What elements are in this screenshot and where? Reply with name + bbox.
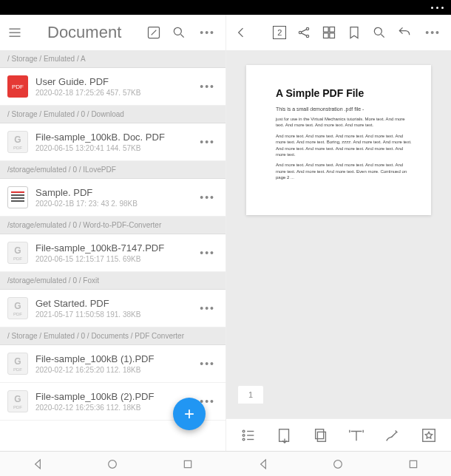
nav-back-icon[interactable] — [257, 458, 269, 470]
share-icon[interactable] — [296, 25, 311, 40]
section-path-header: / Storage / Emulated / 0 / Documents / P… — [0, 327, 226, 345]
section-path-header: / Storage / Emulated / 0 / Download — [0, 106, 226, 123]
file-info: Sample. PDF2020-02-1B 17: 23: 43 2. 98KB — [35, 187, 189, 208]
svg-point-9 — [375, 27, 382, 35]
file-more-icon[interactable]: ••• — [197, 191, 218, 203]
save-tool-icon[interactable] — [277, 427, 293, 443]
svg-rect-7 — [324, 33, 329, 38]
draw-tool-icon[interactable] — [384, 427, 401, 443]
svg-point-10 — [243, 430, 245, 432]
svg-point-19 — [334, 460, 342, 468]
file-name: File-sample_100kB-7147.PDF — [35, 242, 189, 254]
doc-paragraph: just for use in the Virtual Mechanics tu… — [276, 116, 412, 129]
file-name: Get Started. PDF — [35, 298, 189, 309]
document-viewer-panel: 2 ••• — [226, 15, 451, 451]
nav-recent-icon[interactable] — [182, 458, 194, 470]
section-path-header: /storage/emulated / 0 / Foxit — [0, 272, 226, 290]
file-name: Sample. PDF — [35, 187, 189, 198]
nav-recent-icon[interactable] — [407, 458, 419, 470]
pdf-file-icon — [7, 242, 28, 264]
svg-rect-20 — [410, 460, 416, 467]
file-browser-header: Document ••• — [0, 15, 226, 50]
svg-point-3 — [307, 27, 309, 30]
bookmark-icon[interactable] — [347, 25, 362, 40]
svg-point-17 — [109, 460, 117, 468]
system-nav-bar — [0, 451, 451, 476]
pdf-file-icon — [7, 390, 28, 412]
device-status-bar — [0, 0, 451, 15]
section-path-header: /storage/emulated / 0 / ILovePDF — [0, 161, 226, 179]
file-row[interactable]: PDFUser Guide. PDF2020-02-18 17:25:26 45… — [0, 68, 226, 106]
svg-rect-14 — [317, 432, 325, 441]
svg-point-1 — [174, 27, 182, 35]
file-row[interactable]: Get Started. PDF2021-05-17 11:50:58 191.… — [0, 290, 226, 327]
file-more-icon[interactable]: ••• — [197, 358, 218, 370]
pdf-file-icon — [7, 131, 28, 153]
file-info: File-sample_100kB (1).PDF2020-02-12 16:2… — [35, 353, 189, 374]
section-path-header: / Storage / Emulated / A — [0, 50, 226, 68]
file-more-icon[interactable]: ••• — [197, 136, 218, 148]
grid-view-icon[interactable] — [322, 25, 336, 40]
svg-rect-8 — [330, 33, 335, 38]
document-page: A Simple PDF File This is a small demons… — [246, 65, 431, 215]
svg-point-12 — [243, 438, 245, 441]
menu-icon[interactable] — [7, 25, 22, 40]
svg-rect-13 — [279, 429, 289, 441]
file-browser-panel: Document ••• / Storage / Emulated / APDF… — [0, 15, 226, 451]
file-row[interactable]: File-sample_100kB-7147.PDF2020-06-15 12:… — [0, 234, 226, 272]
back-icon[interactable] — [234, 25, 248, 40]
file-row[interactable]: File-sample_100kB. Doc. PDF2020-06-15 13… — [0, 123, 226, 161]
text-tool-icon[interactable] — [348, 427, 364, 443]
nav-home-icon[interactable] — [332, 458, 344, 470]
file-name: File-sample_100kB (2).PDF — [35, 391, 189, 402]
file-row[interactable]: File-sample_100kB (1).PDF2020-02-12 16:2… — [0, 345, 226, 383]
pdf-file-icon — [7, 353, 28, 375]
file-more-icon[interactable]: ••• — [197, 302, 218, 314]
file-name: User Guide. PDF — [35, 76, 189, 87]
file-meta: 2020-02-1B 17: 23: 43 2. 98KB — [35, 200, 189, 208]
file-more-icon[interactable]: ••• — [197, 247, 218, 259]
nav-home-icon[interactable] — [106, 458, 118, 470]
viewer-toolbar — [226, 418, 451, 451]
search-icon[interactable] — [172, 25, 186, 40]
svg-point-11 — [243, 434, 245, 436]
file-info: File-sample_100kB (2).PDF2020-02-12 16:2… — [35, 391, 189, 412]
file-meta: 2021-05-17 11:50:58 191. 38KB — [35, 310, 189, 319]
svg-rect-6 — [330, 27, 335, 33]
file-info: User Guide. PDF2020-02-18 17:25:26 457. … — [35, 76, 189, 97]
file-meta: 2020-06-15 13:20:41 144. 57KB — [35, 144, 189, 152]
viewer-search-icon[interactable] — [372, 25, 387, 40]
section-path-header: /storage/emulated / 0 / Word-to-PDF-Conv… — [0, 217, 226, 234]
pdf-file-icon — [7, 297, 28, 319]
svg-point-2 — [299, 31, 302, 33]
page-tab-indicator[interactable]: 1 — [238, 386, 263, 404]
outline-tool-icon[interactable] — [240, 427, 257, 443]
svg-rect-5 — [324, 27, 329, 33]
file-info: Get Started. PDF2021-05-17 11:50:58 191.… — [35, 298, 189, 319]
viewer-more-icon[interactable]: ••• — [422, 27, 444, 38]
file-list: / Storage / Emulated / APDFUser Guide. P… — [0, 50, 226, 451]
add-fab-button[interactable]: + — [173, 398, 206, 430]
svg-rect-15 — [315, 429, 323, 438]
header-more-icon[interactable]: ••• — [197, 27, 218, 38]
document-scroll-area[interactable]: A Simple PDF File This is a small demons… — [226, 50, 451, 418]
file-row[interactable]: Sample. PDF2020-02-1B 17: 23: 43 2. 98KB… — [0, 179, 226, 217]
svg-rect-18 — [184, 460, 191, 467]
file-info: File-sample_100kB. Doc. PDF2020-06-15 13… — [35, 132, 189, 152]
page-number-indicator[interactable]: 2 — [273, 26, 286, 39]
file-name: File-sample_100kB. Doc. PDF — [35, 132, 189, 143]
doc-subtitle: This is a small demonstration .pdf file … — [276, 106, 412, 112]
nav-back-icon[interactable] — [32, 458, 44, 470]
panel-title: Document — [33, 23, 136, 42]
star-tool-icon[interactable] — [421, 427, 437, 443]
doc-title: A Simple PDF File — [276, 87, 412, 99]
file-info: File-sample_100kB-7147.PDF2020-06-15 12:… — [35, 242, 189, 263]
copy-tool-icon[interactable] — [313, 427, 329, 443]
edit-icon[interactable] — [146, 25, 161, 40]
pdf-file-icon — [7, 186, 28, 208]
doc-paragraph: And more text. And more text. And more t… — [276, 133, 412, 158]
file-name: File-sample_100kB (1).PDF — [35, 353, 189, 364]
file-meta: 2020-02-18 17:25:26 457. 57KB — [35, 89, 189, 97]
undo-icon[interactable] — [397, 25, 412, 40]
file-more-icon[interactable]: ••• — [197, 81, 218, 92]
